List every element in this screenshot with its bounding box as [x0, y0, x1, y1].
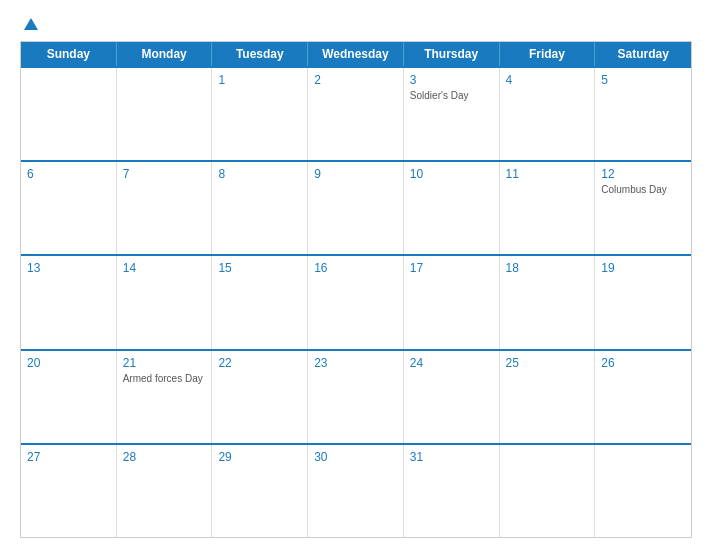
- calendar-cell: 31: [404, 445, 500, 537]
- calendar-cell: 17: [404, 256, 500, 348]
- header-cell-friday: Friday: [500, 42, 596, 66]
- logo: [20, 18, 38, 31]
- day-number: 7: [123, 167, 206, 181]
- calendar-week-5: 2728293031: [21, 443, 691, 537]
- calendar-cell: 22: [212, 351, 308, 443]
- calendar-cell: 21Armed forces Day: [117, 351, 213, 443]
- day-number: 1: [218, 73, 301, 87]
- day-number: 29: [218, 450, 301, 464]
- calendar-cell: 19: [595, 256, 691, 348]
- calendar-cell: 24: [404, 351, 500, 443]
- day-event: Soldier's Day: [410, 89, 493, 102]
- calendar-cell: 9: [308, 162, 404, 254]
- calendar-cell: 6: [21, 162, 117, 254]
- day-number: 13: [27, 261, 110, 275]
- page: SundayMondayTuesdayWednesdayThursdayFrid…: [0, 0, 712, 550]
- day-number: 10: [410, 167, 493, 181]
- header-cell-wednesday: Wednesday: [308, 42, 404, 66]
- calendar-week-4: 2021Armed forces Day2223242526: [21, 349, 691, 443]
- header-cell-sunday: Sunday: [21, 42, 117, 66]
- calendar-cell: 7: [117, 162, 213, 254]
- calendar-cell: 15: [212, 256, 308, 348]
- day-number: 22: [218, 356, 301, 370]
- day-number: 28: [123, 450, 206, 464]
- calendar-cell: 4: [500, 68, 596, 160]
- calendar-cell: 18: [500, 256, 596, 348]
- calendar-cell: 23: [308, 351, 404, 443]
- calendar-cell: 26: [595, 351, 691, 443]
- calendar-cell: 8: [212, 162, 308, 254]
- day-number: 4: [506, 73, 589, 87]
- day-number: 25: [506, 356, 589, 370]
- day-number: 21: [123, 356, 206, 370]
- calendar-cell: 14: [117, 256, 213, 348]
- calendar-cell: 16: [308, 256, 404, 348]
- calendar-cell: 12Columbus Day: [595, 162, 691, 254]
- day-number: 12: [601, 167, 685, 181]
- day-number: 3: [410, 73, 493, 87]
- calendar-cell: 25: [500, 351, 596, 443]
- day-number: 26: [601, 356, 685, 370]
- day-number: 2: [314, 73, 397, 87]
- calendar-cell: 27: [21, 445, 117, 537]
- calendar-week-1: 123Soldier's Day45: [21, 66, 691, 160]
- calendar-cell: 13: [21, 256, 117, 348]
- day-number: 27: [27, 450, 110, 464]
- header-cell-thursday: Thursday: [404, 42, 500, 66]
- calendar-cell: 20: [21, 351, 117, 443]
- calendar-cell: 5: [595, 68, 691, 160]
- day-number: 6: [27, 167, 110, 181]
- day-number: 15: [218, 261, 301, 275]
- day-number: 17: [410, 261, 493, 275]
- day-event: Columbus Day: [601, 183, 685, 196]
- calendar-cell: [21, 68, 117, 160]
- calendar-cell: 2: [308, 68, 404, 160]
- header-cell-tuesday: Tuesday: [212, 42, 308, 66]
- day-number: 8: [218, 167, 301, 181]
- day-number: 24: [410, 356, 493, 370]
- calendar-cell: 30: [308, 445, 404, 537]
- calendar-header-row: SundayMondayTuesdayWednesdayThursdayFrid…: [21, 42, 691, 66]
- logo-triangle-icon: [24, 18, 38, 30]
- day-number: 23: [314, 356, 397, 370]
- day-number: 11: [506, 167, 589, 181]
- day-number: 31: [410, 450, 493, 464]
- day-number: 5: [601, 73, 685, 87]
- day-number: 14: [123, 261, 206, 275]
- calendar-cell: 10: [404, 162, 500, 254]
- calendar-cell: 1: [212, 68, 308, 160]
- calendar-body: 123Soldier's Day456789101112Columbus Day…: [21, 66, 691, 537]
- day-number: 18: [506, 261, 589, 275]
- calendar-cell: [117, 68, 213, 160]
- day-number: 30: [314, 450, 397, 464]
- calendar-week-2: 6789101112Columbus Day: [21, 160, 691, 254]
- calendar-cell: 28: [117, 445, 213, 537]
- header-cell-saturday: Saturday: [595, 42, 691, 66]
- day-number: 20: [27, 356, 110, 370]
- header-cell-monday: Monday: [117, 42, 213, 66]
- calendar-cell: [500, 445, 596, 537]
- day-number: 9: [314, 167, 397, 181]
- header: [20, 18, 692, 31]
- calendar-week-3: 13141516171819: [21, 254, 691, 348]
- day-event: Armed forces Day: [123, 372, 206, 385]
- calendar-cell: 11: [500, 162, 596, 254]
- calendar-cell: 3Soldier's Day: [404, 68, 500, 160]
- day-number: 19: [601, 261, 685, 275]
- calendar-cell: [595, 445, 691, 537]
- calendar: SundayMondayTuesdayWednesdayThursdayFrid…: [20, 41, 692, 538]
- day-number: 16: [314, 261, 397, 275]
- calendar-cell: 29: [212, 445, 308, 537]
